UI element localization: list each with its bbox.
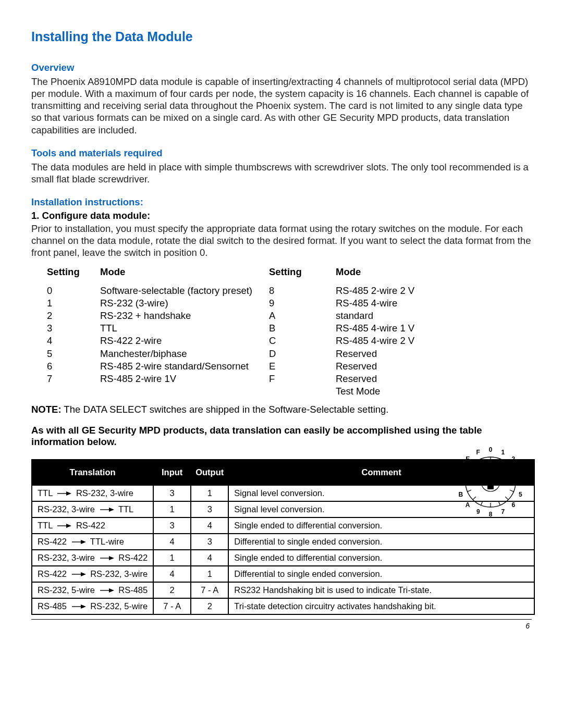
- overview-text: The Phoenix A8910MPD data module is capa…: [31, 76, 532, 136]
- table-row: RS-232, 3-wire RS-42214Single ended to d…: [32, 550, 534, 566]
- settings-header-mode: Mode: [336, 266, 435, 278]
- settings-cell: Reserved: [336, 360, 435, 373]
- translation-cell: RS-232, 3-wire TTL: [32, 501, 153, 517]
- settings-cell: 4: [47, 335, 100, 347]
- settings-header-mode: Mode: [100, 266, 267, 278]
- translation-cell: RS-422 TTL-wire: [32, 534, 153, 550]
- table-row: RS-485 RS-232, 5-wire7 - A2Tri-state det…: [32, 598, 534, 614]
- svg-marker-1: [66, 491, 71, 496]
- svg-line-26: [498, 501, 500, 505]
- settings-cell: 0: [47, 285, 100, 297]
- dial-label: 2: [511, 455, 515, 463]
- svg-line-21: [505, 464, 508, 467]
- overview-heading: Overview: [31, 62, 532, 73]
- settings-cell: 6: [47, 360, 100, 373]
- svg-marker-13: [109, 588, 114, 593]
- output-cell: 7 - A: [191, 582, 228, 598]
- comment-cell: Tri-state detection circuitry activates …: [228, 598, 534, 614]
- dial-label: 5: [519, 491, 522, 498]
- dial-label: 4: [521, 478, 525, 486]
- settings-cell: 9: [269, 297, 336, 310]
- svg-line-24: [510, 490, 513, 491]
- settings-cell: A: [269, 310, 336, 322]
- output-cell: 4: [191, 550, 228, 566]
- svg-marker-3: [109, 508, 114, 512]
- input-cell: 2: [153, 582, 191, 598]
- dial-label: 9: [476, 508, 480, 515]
- settings-table: Setting 0 1 2 3 4 5 6 7 Mode Software-se…: [31, 266, 532, 397]
- translation-cell: RS-485 RS-232, 5-wire: [32, 598, 153, 614]
- dial-label: 7: [501, 508, 505, 515]
- th-input: Input: [153, 460, 191, 485]
- settings-cell: B: [269, 322, 336, 335]
- dial-label: E: [466, 455, 470, 463]
- settings-cell: Manchester/biphase: [100, 348, 267, 360]
- svg-line-22: [510, 473, 513, 474]
- rotary-dial-icon: 0123456789ABCDEF: [451, 443, 530, 521]
- settings-cell: TTL: [100, 322, 267, 335]
- settings-cell: RS-422 2-wire: [100, 335, 267, 347]
- settings-cell: RS-485 4-wire standard: [336, 297, 435, 322]
- th-translation: Translation: [32, 460, 153, 485]
- settings-cell: RS-485 4-wire 1 V: [336, 322, 435, 335]
- output-cell: 3: [191, 534, 228, 550]
- input-cell: 1: [153, 501, 191, 517]
- note-label: NOTE:: [31, 404, 62, 415]
- input-cell: 4: [153, 566, 191, 582]
- step1-text: Prior to installation, you must specify …: [31, 223, 532, 258]
- page-number: 6: [31, 620, 532, 630]
- settings-cell: RS-232 (3-wire): [100, 297, 267, 310]
- step1-heading: 1. Configure data module:: [31, 210, 532, 221]
- input-cell: 7 - A: [153, 598, 191, 614]
- output-cell: 1: [191, 566, 228, 582]
- th-output: Output: [191, 460, 228, 485]
- settings-cell: Reserved: [336, 348, 435, 360]
- settings-header-setting: Setting: [269, 266, 336, 278]
- settings-cell: 5: [47, 348, 100, 360]
- input-cell: 1: [153, 550, 191, 566]
- dial-label: B: [458, 491, 463, 498]
- settings-cell: 7: [47, 373, 100, 385]
- dial-label: 6: [511, 501, 515, 509]
- settings-cell: F: [269, 373, 336, 385]
- dial-label: 1: [501, 449, 505, 456]
- translation-cell: TTL RS-232, 3-wire: [32, 485, 153, 501]
- translation-cell: RS-232, 3-wire RS-422: [32, 550, 153, 566]
- svg-marker-11: [81, 572, 86, 576]
- dial-label: C: [456, 478, 461, 486]
- input-cell: 3: [153, 485, 191, 501]
- settings-cell: RS-232 + handshake: [100, 310, 267, 322]
- dial-label: A: [466, 501, 470, 509]
- settings-cell: RS-485 2-wire standard/Sensornet: [100, 360, 267, 373]
- comment-cell: Differential to single ended conversion.: [228, 566, 534, 582]
- comment-cell: Single ended to differential conversion.: [228, 550, 534, 566]
- settings-cell: 2: [47, 310, 100, 322]
- dial-label: 8: [489, 511, 493, 518]
- table-row: RS-232, 5-wire RS-48527 - ARS232 Handsha…: [32, 582, 534, 598]
- table-row: RS-422 TTL-wire43Differential to single …: [32, 534, 534, 550]
- translation-cell: TTL RS-422: [32, 517, 153, 534]
- table-row: RS-422 RS-232, 3-wire41Differential to s…: [32, 566, 534, 582]
- settings-cell: C: [269, 335, 336, 347]
- svg-line-25: [505, 497, 508, 500]
- settings-cell: Test Mode: [336, 385, 435, 398]
- svg-line-34: [481, 459, 483, 463]
- svg-marker-9: [109, 556, 114, 560]
- output-cell: 3: [191, 501, 228, 517]
- svg-line-20: [498, 459, 500, 463]
- svg-line-28: [481, 501, 483, 505]
- svg-marker-15: [81, 604, 86, 609]
- settings-cell: 8: [269, 285, 336, 297]
- translation-cell: RS-422 RS-232, 3-wire: [32, 566, 153, 582]
- settings-cell: E: [269, 360, 336, 373]
- note-text: The DATA SELECT switches are shipped in …: [62, 404, 389, 415]
- output-cell: 2: [191, 598, 228, 614]
- comment-cell: Differential to single ended conversion.: [228, 534, 534, 550]
- note-line: NOTE: The DATA SELECT switches are shipp…: [31, 404, 532, 415]
- dial-label: 0: [489, 446, 493, 453]
- settings-header-setting: Setting: [47, 266, 100, 278]
- svg-line-33: [473, 464, 476, 467]
- settings-cell: RS-485 4-wire 2 V: [336, 335, 435, 347]
- instructions-heading: Installation instructions:: [31, 196, 532, 208]
- input-cell: 3: [153, 517, 191, 534]
